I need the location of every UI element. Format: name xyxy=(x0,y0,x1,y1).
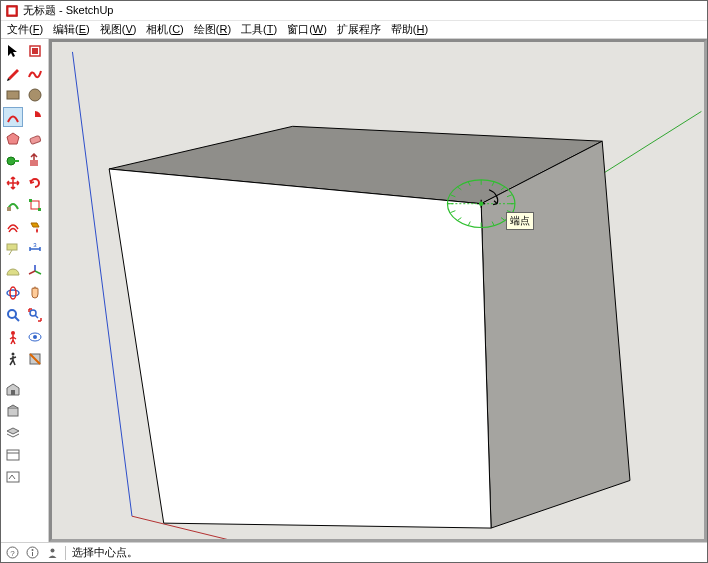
svg-rect-13 xyxy=(29,199,32,202)
text-tool[interactable] xyxy=(3,239,23,259)
rectangle-icon xyxy=(5,87,21,103)
orbit-icon xyxy=(5,285,21,301)
titlebar: 无标题 - SketchUp xyxy=(1,1,707,21)
line-tool[interactable] xyxy=(3,63,23,83)
svg-rect-26 xyxy=(11,390,15,395)
body: 3 xyxy=(1,39,707,542)
axes-tool[interactable] xyxy=(25,261,45,281)
layers-icon xyxy=(5,425,21,441)
freehand-tool[interactable] xyxy=(25,63,45,83)
svg-rect-15 xyxy=(7,244,17,250)
protractor-tool[interactable] xyxy=(3,261,23,281)
svg-rect-14 xyxy=(38,208,41,211)
eraser-tool[interactable] xyxy=(25,129,45,149)
svg-point-24 xyxy=(12,353,15,356)
user-icon[interactable] xyxy=(45,546,59,560)
outliner-tool[interactable] xyxy=(3,445,23,465)
svg-marker-35 xyxy=(109,169,491,528)
menu-draw[interactable]: 绘图(R) xyxy=(190,21,235,38)
pan-tool[interactable] xyxy=(25,283,45,303)
status-separator xyxy=(65,546,66,560)
location-icon xyxy=(5,469,21,485)
svg-line-30 xyxy=(72,52,132,516)
followme-tool[interactable] xyxy=(3,195,23,215)
walk-tool[interactable] xyxy=(3,349,23,369)
menubar: 文件(F) 编辑(E) 视图(V) 相机(C) 绘图(R) 工具(T) 窗口(W… xyxy=(1,21,707,39)
section-tool[interactable] xyxy=(25,349,45,369)
menu-tools[interactable]: 工具(T) xyxy=(237,21,281,38)
menu-camera[interactable]: 相机(C) xyxy=(142,21,187,38)
menu-help[interactable]: 帮助(H) xyxy=(387,21,432,38)
select-tool[interactable] xyxy=(3,41,23,61)
svg-rect-10 xyxy=(30,160,38,166)
zoom-tool[interactable] xyxy=(3,305,23,325)
help-icon[interactable]: ? xyxy=(5,546,19,560)
pushpull-tool[interactable] xyxy=(25,151,45,171)
component-icon xyxy=(27,43,43,59)
look-around-tool[interactable] xyxy=(25,327,45,347)
dimension-tool[interactable]: 3 xyxy=(25,239,45,259)
hand-icon xyxy=(27,285,43,301)
offset-tool[interactable] xyxy=(3,217,23,237)
extension-warehouse-tool[interactable] xyxy=(3,401,23,421)
svg-marker-6 xyxy=(7,133,19,144)
window-title: 无标题 - SketchUp xyxy=(23,3,113,18)
svg-rect-7 xyxy=(30,135,41,144)
person-icon xyxy=(5,329,21,345)
info-icon[interactable] xyxy=(25,546,39,560)
rotate-icon xyxy=(27,175,43,191)
svg-rect-28 xyxy=(7,450,19,460)
section-icon xyxy=(27,351,43,367)
add-location-tool[interactable] xyxy=(3,467,23,487)
menu-window[interactable]: 窗口(W) xyxy=(283,21,331,38)
orbit-tool[interactable] xyxy=(3,283,23,303)
menu-ext[interactable]: 扩展程序 xyxy=(333,21,385,38)
followme-icon xyxy=(5,197,21,213)
svg-rect-11 xyxy=(7,207,11,211)
zoom-extents-icon xyxy=(27,307,43,323)
arc-icon xyxy=(5,109,21,125)
rotate-tool[interactable] xyxy=(25,173,45,193)
svg-point-19 xyxy=(8,310,16,318)
svg-rect-1 xyxy=(9,7,16,14)
menu-file[interactable]: 文件(F) xyxy=(3,21,47,38)
viewport[interactable]: 端点 xyxy=(49,39,707,542)
tape-tool[interactable] xyxy=(3,151,23,171)
svg-rect-61 xyxy=(32,552,33,556)
svg-rect-3 xyxy=(32,48,38,54)
freehand-icon xyxy=(27,65,43,81)
svg-text:?: ? xyxy=(10,549,15,558)
scale-tool[interactable] xyxy=(25,195,45,215)
move-tool[interactable] xyxy=(3,173,23,193)
pie-arc-icon xyxy=(27,109,43,125)
svg-point-60 xyxy=(31,549,33,551)
svg-point-62 xyxy=(50,549,54,553)
make-component-tool[interactable] xyxy=(25,41,45,61)
statusbar: ? 选择中心点。 xyxy=(1,542,707,562)
walk-icon xyxy=(5,351,21,367)
warehouse-icon xyxy=(5,381,21,397)
snap-tooltip: 端点 xyxy=(506,212,534,230)
paint-tool[interactable] xyxy=(25,217,45,237)
text-icon xyxy=(5,241,21,257)
scale-icon xyxy=(27,197,43,213)
menu-edit[interactable]: 编辑(E) xyxy=(49,21,94,38)
cursor-icon xyxy=(5,43,21,59)
app-icon xyxy=(5,4,19,18)
position-camera-tool[interactable] xyxy=(3,327,23,347)
3d-warehouse-tool[interactable] xyxy=(3,379,23,399)
rectangle-tool[interactable] xyxy=(3,85,23,105)
circle-tool[interactable] xyxy=(25,85,45,105)
two-point-arc-tool[interactable] xyxy=(25,107,45,127)
svg-point-56 xyxy=(479,202,483,206)
arc-tool[interactable] xyxy=(3,107,23,127)
polygon-tool[interactable] xyxy=(3,129,23,149)
svg-point-21 xyxy=(11,331,15,335)
menu-view[interactable]: 视图(V) xyxy=(96,21,141,38)
svg-rect-4 xyxy=(7,91,19,99)
svg-rect-12 xyxy=(31,201,39,209)
layers-tool[interactable] xyxy=(3,423,23,443)
svg-point-18 xyxy=(10,287,16,299)
box-icon xyxy=(5,403,21,419)
zoom-extents-tool[interactable] xyxy=(25,305,45,325)
